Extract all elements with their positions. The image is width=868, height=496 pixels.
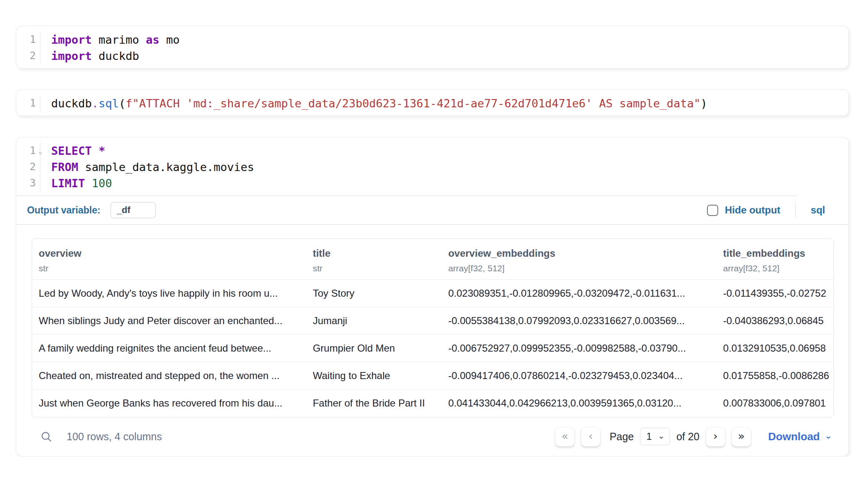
output-variable-label: Output variable: (27, 205, 100, 216)
line-number: 3 (16, 175, 40, 191)
search-icon[interactable] (40, 430, 53, 443)
table-cell: -0.0055384138,0.07992093,0.023316627,0.0… (441, 307, 717, 335)
column-type: str (313, 263, 437, 273)
table-cell: Cheated on, mistreated and stepped on, t… (32, 362, 306, 389)
hide-output-checkbox[interactable] (707, 205, 718, 216)
column-type: array[f32, 512] (448, 263, 712, 273)
first-page-button[interactable]: « (555, 427, 575, 446)
chevron-down-icon: ⌄ (825, 432, 832, 440)
table-cell: Waiting to Exhale (306, 362, 441, 389)
column-name: overview_embeddings (448, 248, 712, 259)
column-name: title (313, 248, 437, 259)
code-line: LIMIT 100 (51, 175, 848, 191)
download-button[interactable]: Download ⌄ (768, 430, 832, 443)
chevron-down-icon: ⌄ (658, 432, 665, 440)
code-line: FROM sample_data.kaggle.movies (51, 159, 848, 175)
code-cell-imports: 12import marimo as moimport duckdb (16, 26, 849, 69)
previous-page-button[interactable]: ‹ (581, 427, 600, 446)
download-label: Download (768, 430, 820, 443)
next-page-button[interactable]: › (706, 427, 725, 446)
line-number: 1 (16, 32, 40, 48)
line-number-gutter: 1⌄23 (16, 143, 40, 191)
table-row[interactable]: A family wedding reignites the ancient f… (32, 335, 833, 362)
column-type: str (39, 263, 302, 273)
output-variable-row: Output variable: Hide output sql (16, 196, 848, 225)
code-line: SELECT * (51, 143, 848, 159)
table-row[interactable]: Cheated on, mistreated and stepped on, t… (32, 362, 833, 389)
column-name: title_embeddings (723, 248, 829, 259)
page-count-label: of 20 (676, 431, 699, 443)
table-row[interactable]: Just when George Banks has recovered fro… (32, 389, 833, 417)
pagination: « ‹ Page 1 ⌄ of 20 › » Download ⌄ (555, 427, 832, 446)
output-variable-input[interactable] (110, 202, 156, 218)
table-cell: -0.006752927,0.099952355,-0.009982588,-0… (441, 335, 717, 362)
column-header-title[interactable]: titlestr (306, 239, 441, 280)
language-badge-sql[interactable]: sql (811, 204, 825, 216)
dataframe-table: overviewstrtitlestroverview_embeddingsar… (32, 238, 834, 417)
line-number: 2 (16, 48, 40, 64)
table-cell: When siblings Judy and Peter discover an… (32, 307, 306, 335)
code-editor[interactable]: 12import marimo as moimport duckdb (16, 26, 848, 68)
table-cell: 0.007833006,0.097801 (717, 389, 833, 417)
row-count-summary: 100 rows, 4 columns (67, 431, 162, 443)
table-cell: 0.041433044,0.042966213,0.0039591365,0.0… (441, 389, 717, 417)
code-cell-attach: 1duckdb.sql(f"ATTACH 'md:_share/sample_d… (16, 89, 849, 116)
page-select[interactable]: 1 ⌄ (640, 428, 670, 445)
line-number: 1⌄ (16, 143, 40, 159)
table-header-row: overviewstrtitlestroverview_embeddingsar… (32, 239, 833, 280)
table-cell: Jumanji (306, 307, 441, 335)
line-number-gutter: 1 (16, 95, 40, 112)
table-cell: 0.01755858,-0.0086286 (717, 362, 833, 389)
column-type: array[f32, 512] (723, 263, 829, 273)
page-select-value: 1 (646, 431, 652, 442)
line-number-gutter: 12 (16, 32, 40, 64)
sql-cell: 1⌄23SELECT *FROM sample_data.kaggle.movi… (16, 137, 849, 456)
column-name: overview (39, 248, 302, 259)
table-row[interactable]: When siblings Judy and Peter discover an… (32, 307, 833, 335)
line-number: 1 (16, 95, 40, 112)
table-cell: Father of the Bride Part II (306, 389, 441, 417)
page-label: Page (610, 431, 634, 443)
column-header-title_embeddings[interactable]: title_embeddingsarray[f32, 512] (717, 239, 833, 280)
divider (795, 203, 796, 218)
table-cell: 0.0132910535,0.06958 (717, 335, 833, 362)
code-area[interactable]: import marimo as moimport duckdb (40, 32, 848, 64)
table-cell: -0.040386293,0.06845 (717, 307, 833, 335)
hide-output-label: Hide output (725, 204, 780, 216)
column-header-overview_embeddings[interactable]: overview_embeddingsarray[f32, 512] (441, 239, 717, 280)
table-cell: -0.009417406,0.07860214,-0.023279453,0.0… (441, 362, 717, 389)
code-editor[interactable]: 1⌄23SELECT *FROM sample_data.kaggle.movi… (16, 137, 848, 196)
table-row[interactable]: Led by Woody, Andy's toys live happily i… (32, 280, 833, 307)
code-area[interactable]: SELECT *FROM sample_data.kaggle.moviesLI… (40, 143, 848, 191)
table-cell: A family wedding reignites the ancient f… (32, 335, 306, 362)
fold-chevron-icon[interactable]: ⌄ (38, 143, 42, 159)
table-cell: Led by Woody, Andy's toys live happily i… (32, 280, 306, 307)
table-cell: -0.011439355,-0.02752 (717, 280, 833, 307)
line-number: 2 (16, 159, 40, 175)
code-line: duckdb.sql(f"ATTACH 'md:_share/sample_da… (51, 95, 848, 112)
last-page-button[interactable]: » (732, 427, 751, 446)
column-header-overview[interactable]: overviewstr (32, 239, 306, 280)
code-editor[interactable]: 1duckdb.sql(f"ATTACH 'md:_share/sample_d… (16, 90, 848, 116)
table-cell: 0.023089351,-0.012809965,-0.03209472,-0.… (441, 280, 717, 307)
table-cell: Grumpier Old Men (306, 335, 441, 362)
table-footer: 100 rows, 4 columns « ‹ Page 1 ⌄ of 20 ›… (16, 417, 848, 456)
table-cell: Toy Story (306, 280, 441, 307)
table-cell: Just when George Banks has recovered fro… (32, 389, 306, 417)
code-line: import marimo as mo (51, 32, 848, 48)
code-area[interactable]: duckdb.sql(f"ATTACH 'md:_share/sample_da… (40, 95, 848, 112)
code-line: import duckdb (51, 48, 848, 64)
